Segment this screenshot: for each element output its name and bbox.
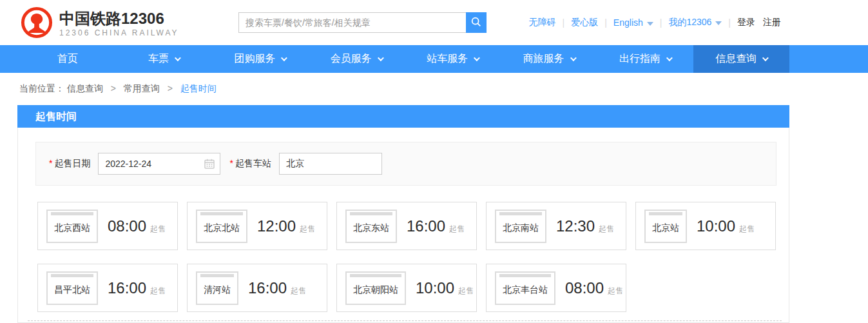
- query-form: *起售日期 *起售车站: [35, 142, 776, 186]
- page-header: 中国铁路12306 12306 CHINA RAILWAY 无障碍 | 爱心版 …: [0, 0, 868, 45]
- railway-logo-icon: [19, 5, 54, 43]
- sale-time: 08:00: [108, 217, 146, 235]
- station-name-box: 北京东站: [345, 210, 397, 243]
- accessibility-link[interactable]: 无障碍: [529, 17, 556, 28]
- chevron-down-icon: [666, 55, 673, 61]
- required-mark: *: [229, 158, 233, 168]
- sale-time: 08:00: [565, 279, 604, 297]
- nav-item-info-query[interactable]: 信息查询: [693, 45, 789, 73]
- chevron-down-icon: [378, 55, 384, 61]
- nav-item-group-services[interactable]: 团购服务: [212, 45, 308, 73]
- station-name-box: 清河站: [196, 271, 238, 305]
- sale-suffix: 起售: [150, 224, 166, 233]
- station-name-box: 北京北站: [196, 210, 247, 243]
- sale-time: 10:00: [697, 217, 735, 235]
- nav-item-member-services[interactable]: 会员服务: [308, 45, 404, 73]
- breadcrumb-current: 起售时间: [180, 83, 217, 93]
- breadcrumb-separator: >: [111, 83, 116, 93]
- breadcrumb: 当前位置： 信息查询 > 常用查询 > 起售时间: [19, 83, 868, 94]
- dashed-divider: [28, 320, 782, 321]
- link-separator: |: [563, 17, 565, 28]
- station-label: *起售车站: [229, 158, 271, 170]
- care-version-link[interactable]: 爱心版: [571, 17, 598, 28]
- sale-suffix: 起售: [739, 224, 755, 233]
- station-card: 北京南站 12:30起售: [486, 202, 626, 250]
- sale-suffix: 起售: [300, 224, 315, 233]
- sale-suffix: 起售: [608, 286, 623, 295]
- sale-time: 10:00: [416, 279, 454, 297]
- nav-item-tickets[interactable]: 车票: [115, 45, 211, 73]
- breadcrumb-info-query[interactable]: 信息查询: [67, 83, 103, 93]
- sale-time-panel: 起售时间 *起售日期 *起售车站: [17, 105, 789, 323]
- my12306-link[interactable]: 我的12306: [668, 17, 722, 28]
- chevron-down-icon: [474, 55, 480, 61]
- station-card: 北京丰台站 08:00起售: [486, 264, 626, 312]
- main-nav: 首页 车票 团购服务 会员服务 站车服务 商旅服务 出行指南 信息查询: [0, 45, 868, 73]
- panel-title: 起售时间: [17, 105, 789, 128]
- english-link[interactable]: English: [613, 17, 653, 28]
- sale-time: 16:00: [248, 279, 287, 297]
- panel-body: *起售日期 *起售车站 北: [17, 128, 789, 323]
- station-name-box: 北京西站: [46, 210, 98, 243]
- sale-time: 16:00: [108, 279, 146, 297]
- station-card: 北京北站 12:00起售: [187, 202, 327, 250]
- sale-suffix: 起售: [449, 224, 465, 233]
- sale-time: 16:00: [407, 217, 445, 235]
- search-input[interactable]: [238, 12, 466, 33]
- chevron-down-icon: [175, 55, 181, 61]
- sale-time: 12:00: [257, 217, 296, 235]
- search-button[interactable]: [466, 12, 487, 33]
- chevron-down-icon: [281, 55, 287, 61]
- sale-suffix: 起售: [458, 286, 474, 295]
- breadcrumb-separator: >: [168, 83, 173, 93]
- sale-station-input[interactable]: [279, 153, 382, 175]
- breadcrumb-common-query[interactable]: 常用查询: [124, 83, 160, 93]
- station-name-box: 北京站: [644, 210, 687, 243]
- chevron-down-icon: [647, 22, 653, 26]
- station-name-box: 北京丰台站: [495, 271, 555, 305]
- station-card: 北京东站 16:00起售: [336, 202, 477, 250]
- link-separator: |: [604, 17, 607, 28]
- brand-logo-link[interactable]: 中国铁路12306 12306 CHINA RAILWAY: [19, 5, 179, 43]
- chevron-down-icon: [715, 21, 722, 25]
- nav-item-home[interactable]: 首页: [19, 45, 115, 73]
- required-mark: *: [49, 158, 52, 168]
- station-name-box: 昌平北站: [46, 271, 98, 305]
- station-cards-grid: 北京西站 08:00起售 北京北站 12:00起售 北京东站 16:00起售 北…: [37, 202, 789, 312]
- sale-date-input[interactable]: [98, 153, 220, 175]
- breadcrumb-prefix: 当前位置：: [19, 83, 64, 93]
- date-label: *起售日期: [49, 158, 90, 170]
- station-name-box: 北京朝阳站: [345, 271, 406, 305]
- station-name-box: 北京南站: [495, 210, 546, 243]
- login-link[interactable]: 登录: [737, 17, 755, 28]
- station-card: 北京西站 08:00起售: [37, 202, 178, 250]
- sale-suffix: 起售: [150, 286, 166, 295]
- search-bar: [238, 12, 487, 33]
- chevron-down-icon: [570, 55, 577, 61]
- nav-item-station-services[interactable]: 站车服务: [405, 45, 501, 73]
- search-icon: [470, 16, 482, 30]
- link-separator: |: [660, 17, 662, 28]
- sale-suffix: 起售: [599, 224, 614, 233]
- station-card: 北京站 10:00起售: [635, 202, 776, 250]
- header-links: 无障碍 | 爱心版 | English | 我的12306 | 登录 注册: [529, 17, 781, 28]
- station-card: 清河站 16:00起售: [187, 264, 327, 312]
- brand-title: 中国铁路12306: [59, 10, 179, 28]
- sale-suffix: 起售: [291, 286, 306, 295]
- sale-time: 12:30: [556, 217, 595, 235]
- register-link[interactable]: 注册: [763, 17, 781, 28]
- chevron-down-icon: [762, 55, 769, 61]
- nav-item-travel-guide[interactable]: 出行指南: [597, 45, 693, 73]
- link-separator: |: [728, 17, 731, 28]
- station-card: 北京朝阳站 10:00起售: [336, 264, 477, 312]
- brand-subtitle: 12306 CHINA RAILWAY: [59, 28, 179, 38]
- nav-item-business-travel[interactable]: 商旅服务: [501, 45, 597, 73]
- station-card: 昌平北站 16:00起售: [37, 264, 178, 312]
- calendar-icon[interactable]: [204, 159, 215, 171]
